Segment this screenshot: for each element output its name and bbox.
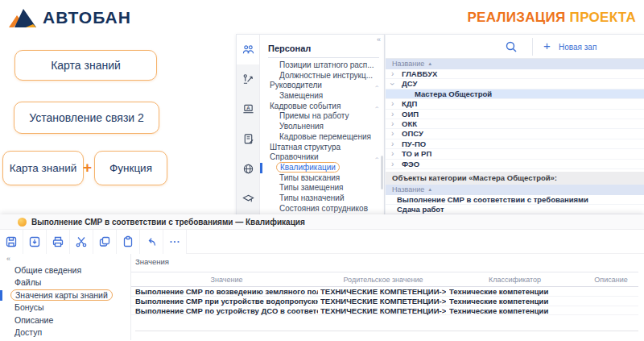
collapse-panel-icon[interactable]: « [377, 35, 381, 44]
sidebar-item[interactable]: Бонусы [0, 301, 130, 314]
menu-item[interactable]: Состояния сотрудников › [260, 204, 384, 214]
paste-button[interactable] [117, 230, 140, 254]
undo-button[interactable] [140, 230, 163, 254]
rail-item-education[interactable] [237, 184, 259, 214]
rail-item-journal[interactable] [237, 124, 259, 154]
flow-box-link-setup: Установление связи 2 [14, 102, 159, 134]
menu-item[interactable]: Типы замещения › [260, 183, 384, 193]
column-header-label: Название [392, 185, 424, 193]
object-row[interactable]: Сдача работ [386, 205, 644, 214]
col-header-classifier[interactable]: Классификатор [449, 276, 580, 284]
menu-item-label: Кадровые события [270, 102, 341, 110]
slide-canvas: АВТОБАН РЕАЛИЗАЦИЯ ПРОЕКТА Карта знаний … [0, 0, 644, 341]
copy-button[interactable] [93, 230, 117, 254]
menu-item[interactable]: Справочники › [260, 152, 384, 163]
tree-row[interactable]: › ТО и РП [386, 149, 644, 159]
menu-item[interactable]: Типы взыскания › [260, 173, 384, 184]
tree-row[interactable]: › ФЭО [386, 160, 644, 169]
sidebar-item-label: Бонусы [14, 302, 43, 312]
tree-row[interactable]: › ПУ-ПО [386, 139, 644, 149]
sidebar-item-label: Значения карты знаний [10, 289, 113, 301]
tree-row[interactable]: › ОПСУ [386, 129, 644, 139]
column-header-name-objects[interactable]: Название▲ [386, 185, 644, 195]
col-header-description[interactable]: Описание [584, 276, 638, 284]
tree-row[interactable]: › ГЛАВБУХ [386, 69, 644, 79]
save-close-icon [28, 235, 41, 248]
menu-item[interactable]: Типы назначений › [260, 193, 384, 204]
logo-text: АВТОБАН [43, 8, 131, 27]
tree-row[interactable]: › ОИП [386, 110, 644, 119]
new-record-button[interactable]: Новая зап [559, 43, 597, 52]
menu-item-label: Штатная структура [270, 143, 341, 152]
rail-item-web[interactable] [237, 154, 259, 184]
panel-title: Персонал [260, 40, 384, 57]
col-header-parent[interactable]: Родительское значение [320, 276, 446, 284]
scrollbar[interactable] [381, 156, 383, 189]
objects-list: Выполнение СМР в соответствии с требован… [386, 195, 644, 214]
menu-item[interactable]: Квалификации › [260, 163, 384, 173]
expand-arrow-icon[interactable]: › [386, 83, 396, 85]
menu-item[interactable]: Замещения › [260, 91, 384, 102]
save-close-button[interactable] [23, 230, 47, 254]
svg-text:A: A [246, 105, 250, 110]
plus-icon[interactable]: + [543, 39, 551, 52]
expand-arrow-icon[interactable]: › [391, 160, 394, 169]
tree-row[interactable]: › ДСУ [386, 79, 644, 89]
rail-item-personnel[interactable] [237, 35, 259, 64]
app-orange-icon [18, 218, 27, 227]
globe-icon [242, 163, 254, 175]
table-row[interactable]: Выполнение СМР по устройству ДСО в соотв… [131, 306, 638, 316]
table-row[interactable]: Выполнение СМР при устройстве водопропус… [131, 297, 638, 306]
menu-item[interactable]: Увольнения › [260, 122, 384, 132]
expand-arrow-icon[interactable]: › [391, 110, 394, 119]
tree-row-label: Мастера Общестрой [386, 89, 644, 99]
tree-row[interactable]: › Мастера Общестрой [386, 89, 644, 99]
flow-box-knowledge-map: Карта знаний [14, 50, 157, 81]
more-button[interactable] [163, 230, 187, 254]
values-section: Значения Значение Родительское значение … [131, 254, 644, 340]
rail-item-career[interactable] [237, 64, 259, 94]
sidebar-item[interactable]: Доступ [0, 326, 130, 339]
tree-row-label: ГЛАВБУХ [386, 69, 644, 79]
save-button[interactable] [0, 230, 23, 254]
menu-item[interactable]: Штатная структура › [260, 143, 384, 153]
chevron-up-icon[interactable]: › [372, 85, 382, 88]
menu-item[interactable]: Руководители › [260, 81, 384, 91]
sidebar-item[interactable]: Значения карты знаний [0, 289, 130, 301]
collapse-sidebar-icon[interactable]: « [6, 255, 10, 263]
sidebar-item[interactable]: Общие сведения [0, 264, 130, 277]
tree-row[interactable]: › КДП [386, 99, 644, 109]
cell-parent: ТЕХНИЧЕСКИЕ КОМПЕТЕНЦИИ->ДСУ->Ма [320, 297, 446, 306]
sidebar-item-list: Общие сведения Файлы Значения карты знан… [0, 264, 130, 339]
col-header-value[interactable]: Значение [135, 276, 318, 284]
search-icon [505, 40, 518, 53]
expand-arrow-icon[interactable]: › [391, 129, 394, 139]
expand-arrow-icon[interactable]: › [391, 99, 394, 109]
window-content: « Общие сведения Файлы Значения карты зн… [0, 254, 644, 340]
sidebar-item-label: Общие сведения [14, 265, 81, 275]
tree-row[interactable]: › ОКК [386, 119, 644, 129]
expand-arrow-icon[interactable]: › [391, 149, 394, 159]
rail-item-training[interactable]: A [237, 94, 259, 124]
menu-item[interactable]: Кадровые перемещения › [260, 132, 384, 143]
sidebar-item[interactable]: Файлы [0, 277, 130, 289]
column-header-name[interactable]: Название▲ [386, 59, 644, 69]
cut-button[interactable] [70, 230, 93, 254]
print-button[interactable] [47, 230, 70, 254]
expand-arrow-icon[interactable]: › [391, 139, 394, 149]
values-table-body: Выполнение СМР по возведению земляного п… [131, 287, 638, 315]
values-table-header: Значение Родительское значение Классифик… [131, 272, 638, 287]
menu-item[interactable]: Приемы на работу › [260, 111, 384, 122]
table-row[interactable]: Выполнение СМР по возведению земляного п… [131, 287, 638, 297]
menu-item[interactable]: Позиции штатного расп... › [260, 60, 384, 71]
menu-item[interactable]: Кадровые события › [260, 102, 384, 112]
menu-item[interactable]: Должностные инструкц... › [260, 71, 384, 81]
journal-icon [242, 133, 254, 145]
chevron-up-icon[interactable]: › [372, 106, 382, 109]
cell-classifier: Технические компетенции [449, 287, 580, 297]
sidebar-item[interactable]: Описание [0, 314, 130, 326]
search-button[interactable] [505, 40, 518, 53]
object-row[interactable]: Выполнение СМР в соответствии с требован… [386, 195, 644, 205]
expand-arrow-icon[interactable]: › [391, 69, 394, 79]
expand-arrow-icon[interactable]: › [391, 119, 394, 129]
